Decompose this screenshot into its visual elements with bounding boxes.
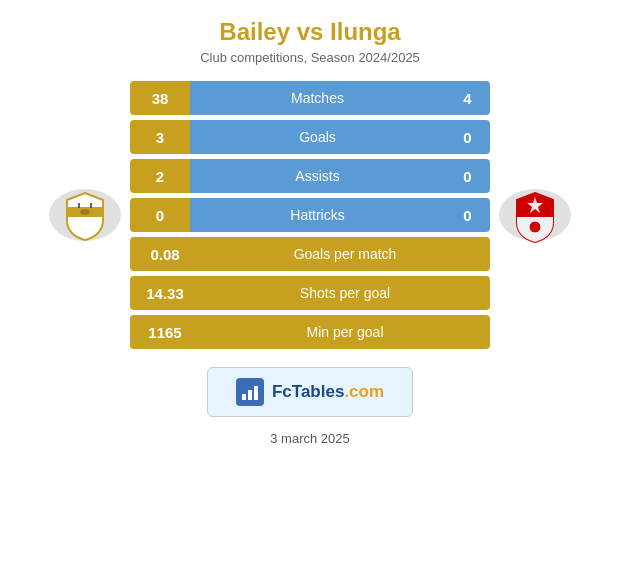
brand-name: FcTables.com bbox=[272, 382, 384, 402]
stat-right-hattricks: 0 bbox=[445, 198, 490, 232]
stat-left-shots-per-goal: 14.33 bbox=[130, 276, 200, 310]
stat-label-goals-per-match: Goals per match bbox=[200, 237, 490, 271]
chart-icon bbox=[240, 382, 260, 402]
stat-label-goals: Goals bbox=[190, 120, 445, 154]
stat-right-matches: 4 bbox=[445, 81, 490, 115]
footer-date: 3 march 2025 bbox=[270, 431, 350, 446]
stat-right-assists: 0 bbox=[445, 159, 490, 193]
stat-label-shots-per-goal: Shots per goal bbox=[200, 276, 490, 310]
stat-left-matches: 38 bbox=[130, 81, 190, 115]
left-club-logo bbox=[40, 175, 130, 255]
match-subtitle: Club competitions, Season 2024/2025 bbox=[200, 50, 420, 65]
main-content: 38 Matches 4 3 Goals 0 2 Assists 0 0 Hat… bbox=[0, 81, 620, 349]
doncaster-logo-svg bbox=[45, 175, 125, 255]
svg-rect-9 bbox=[248, 390, 252, 400]
stat-left-hattricks: 0 bbox=[130, 198, 190, 232]
fctables-logo-icon bbox=[236, 378, 264, 406]
svg-point-7 bbox=[529, 221, 541, 233]
stat-row-hattricks: 0 Hattricks 0 bbox=[130, 198, 490, 232]
fctables-banner: FcTables.com bbox=[207, 367, 413, 417]
stat-left-goals: 3 bbox=[130, 120, 190, 154]
stat-row-matches: 38 Matches 4 bbox=[130, 81, 490, 115]
stat-right-goals: 0 bbox=[445, 120, 490, 154]
svg-rect-8 bbox=[242, 394, 246, 400]
stat-left-assists: 2 bbox=[130, 159, 190, 193]
stat-row-goals: 3 Goals 0 bbox=[130, 120, 490, 154]
stat-left-goals-per-match: 0.08 bbox=[130, 237, 200, 271]
svg-point-4 bbox=[80, 209, 90, 215]
stat-label-assists: Assists bbox=[190, 159, 445, 193]
stat-label-hattricks: Hattricks bbox=[190, 198, 445, 232]
match-title: Bailey vs Ilunga bbox=[200, 18, 420, 46]
stat-row-min-per-goal: 1165 Min per goal bbox=[130, 315, 490, 349]
brand-name-colored: FcTables bbox=[272, 382, 344, 401]
stat-row-shots-per-goal: 14.33 Shots per goal bbox=[130, 276, 490, 310]
stat-row-assists: 2 Assists 0 bbox=[130, 159, 490, 193]
stats-table: 38 Matches 4 3 Goals 0 2 Assists 0 0 Hat… bbox=[130, 81, 490, 349]
stat-left-min-per-goal: 1165 bbox=[130, 315, 200, 349]
right-club-logo bbox=[490, 175, 580, 255]
header: Bailey vs Ilunga Club competitions, Seas… bbox=[200, 0, 420, 71]
bromley-logo-svg bbox=[495, 175, 575, 255]
stat-label-min-per-goal: Min per goal bbox=[200, 315, 490, 349]
stat-row-goals-per-match: 0.08 Goals per match bbox=[130, 237, 490, 271]
brand-name-suffix: .com bbox=[344, 382, 384, 401]
stat-label-matches: Matches bbox=[190, 81, 445, 115]
svg-rect-10 bbox=[254, 386, 258, 400]
